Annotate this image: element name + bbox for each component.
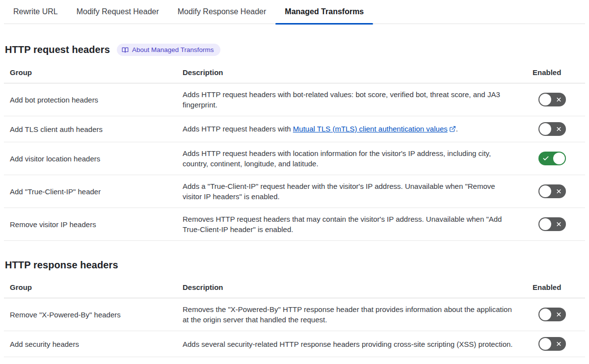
group-cell: Add TLS client auth headers: [4, 125, 177, 133]
x-icon: [556, 126, 562, 132]
external-link-icon[interactable]: [449, 125, 456, 135]
tab-managed-transforms[interactable]: Managed Transforms: [275, 0, 373, 24]
mtls-docs-link[interactable]: Mutual TLS (mTLS) client authentication …: [293, 125, 448, 133]
response-headers-title: HTTP response headers: [5, 260, 118, 271]
group-cell: Add security headers: [4, 340, 177, 348]
managed-transforms-page: Rewrite URL Modify Request Header Modify…: [0, 0, 589, 357]
table-row: Add TLS client auth headers Adds HTTP re…: [4, 116, 585, 142]
toggle-knob: [539, 185, 551, 197]
tab-modify-response-header[interactable]: Modify Response Header: [168, 0, 276, 24]
description-text: Adds HTTP request headers with: [183, 125, 293, 133]
description-text: .: [456, 125, 458, 133]
response-headers-table: Group Description Enabled Remove "X-Powe…: [4, 278, 585, 357]
group-cell: Add "True-Client-IP" header: [4, 187, 177, 196]
book-open-icon: [122, 47, 129, 53]
about-managed-transforms-badge[interactable]: About Managed Transforms: [117, 44, 220, 56]
group-cell: Remove "X-Powered-By" headers: [4, 311, 177, 319]
column-header-group: Group: [4, 68, 177, 77]
tab-bar: Rewrite URL Modify Request Header Modify…: [4, 0, 585, 24]
column-header-enabled: Enabled: [528, 68, 585, 77]
description-cell: Adds several security-related HTTP respo…: [177, 339, 528, 349]
table-row: Remove "X-Powered-By" headers Removes th…: [4, 298, 585, 331]
toggle-knob: [553, 153, 565, 164]
toggle-add-tls-client-auth-headers[interactable]: [538, 122, 566, 136]
toggle-remove-visitor-ip-headers[interactable]: [538, 217, 566, 231]
x-icon: [556, 341, 562, 347]
toggle-remove-x-powered-by-headers[interactable]: [538, 308, 566, 321]
request-table-header-row: Group Description Enabled: [4, 63, 585, 83]
request-headers-section-head: HTTP request headers About Managed Trans…: [5, 44, 585, 56]
description-cell: Adds HTTP request headers with bot-relat…: [177, 89, 528, 110]
description-cell: Adds HTTP request headers with Mutual TL…: [177, 124, 528, 135]
description-cell: Adds a "True-Client-IP" request header w…: [177, 181, 528, 202]
toggle-knob: [539, 218, 551, 230]
request-headers-title: HTTP request headers: [5, 44, 110, 55]
group-cell: Remove visitor IP headers: [4, 220, 177, 229]
check-icon: [542, 155, 549, 162]
column-header-group: Group: [4, 283, 177, 291]
x-icon: [556, 221, 562, 228]
response-headers-section-head: HTTP response headers: [5, 260, 585, 271]
table-row: Add visitor location headers Adds HTTP r…: [4, 142, 585, 175]
x-icon: [556, 312, 562, 318]
description-cell: Adds HTTP request headers with location …: [177, 148, 528, 169]
toggle-add-true-client-ip-header[interactable]: [538, 184, 566, 198]
description-cell: Removes HTTP request headers that may co…: [177, 214, 528, 234]
toggle-knob: [539, 94, 551, 105]
tab-rewrite-url[interactable]: Rewrite URL: [4, 0, 67, 24]
toggle-knob: [539, 338, 551, 350]
table-row: Add bot protection headers Adds HTTP req…: [4, 83, 585, 116]
column-header-enabled: Enabled: [528, 283, 585, 291]
toggle-knob: [539, 123, 551, 135]
tab-modify-request-header[interactable]: Modify Request Header: [67, 0, 168, 24]
x-icon: [556, 188, 562, 195]
table-row: Remove visitor IP headers Removes HTTP r…: [4, 208, 585, 241]
x-icon: [556, 97, 562, 103]
column-header-description: Description: [177, 282, 528, 292]
request-headers-table: Group Description Enabled Add bot protec…: [4, 63, 585, 241]
table-row: Add security headers Adds several securi…: [4, 331, 585, 357]
toggle-add-security-headers[interactable]: [538, 337, 566, 351]
badge-label: About Managed Transforms: [132, 46, 214, 53]
response-table-header-row: Group Description Enabled: [4, 278, 585, 298]
description-cell: Removes the "X-Powered-By" HTTP response…: [177, 304, 528, 325]
column-header-description: Description: [177, 67, 528, 78]
toggle-knob: [539, 309, 551, 320]
toggle-add-visitor-location-headers[interactable]: [538, 152, 566, 165]
group-cell: Add visitor location headers: [4, 155, 177, 163]
toggle-add-bot-protection-headers[interactable]: [538, 93, 566, 106]
table-row: Add "True-Client-IP" header Adds a "True…: [4, 175, 585, 208]
group-cell: Add bot protection headers: [4, 96, 177, 104]
